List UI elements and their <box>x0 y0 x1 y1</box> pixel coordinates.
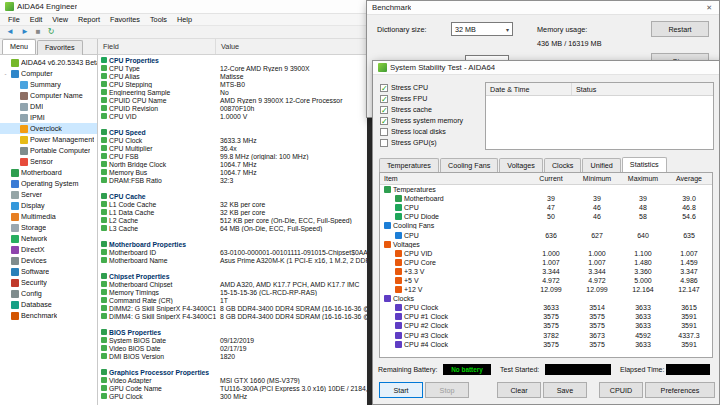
field-group-chipset-properties[interactable]: Chipset Properties <box>98 272 367 280</box>
column-header-value[interactable]: Value <box>216 39 367 54</box>
start-button[interactable]: Start <box>379 382 423 398</box>
table-row[interactable]: GPU Clock300 MHz <box>98 392 367 400</box>
stats-row-cpu-2-clock[interactable]: CPU #2 Clock3575357536333591 <box>380 321 712 330</box>
stats-row-motherboard[interactable]: Motherboard39393939.0 <box>380 194 712 203</box>
menu-item-view[interactable]: View <box>47 15 73 24</box>
table-row[interactable]: CPU AliasMatisse <box>98 72 367 80</box>
dictionary-size-select[interactable]: 32 MB ▾ <box>451 22 513 36</box>
checkbox-checked-icon[interactable]: ✓ <box>380 117 388 125</box>
sidebar-item-dmi[interactable]: DMI <box>0 101 97 112</box>
sidebar-item-power-management[interactable]: Power Management <box>0 134 97 145</box>
stress-option-stress-gpu-s[interactable]: Stress GPU(s) <box>380 137 482 148</box>
table-row[interactable]: Engineering SampleNo <box>98 88 367 96</box>
checkbox-checked-icon[interactable]: ✓ <box>380 95 388 103</box>
tab-unified[interactable]: Unified <box>582 158 620 173</box>
sidebar-item-summary[interactable]: Summary <box>0 79 97 90</box>
stats-row-5-v[interactable]: +5 V4.9724.9725.0004.986 <box>380 276 712 285</box>
preferences-button[interactable]: Preferences <box>645 382 715 398</box>
stats-row-cpu-3-clock[interactable]: CPU #3 Clock3782367345924337.3 <box>380 331 712 340</box>
stats-row-cpu-4-clock[interactable]: CPU #4 Clock3575357536333591 <box>380 340 712 349</box>
menu-item-help[interactable]: Help <box>172 15 197 24</box>
table-row[interactable]: Memory Timings15-15-15-36 (CL-RCD-RP-RAS… <box>98 288 367 296</box>
sidebar-item-aida64-v6-20-5343-beta[interactable]: AIDA64 v6.20.5343 Beta <box>0 57 97 68</box>
table-row[interactable]: L1 Code Cache32 KB per core <box>98 200 367 208</box>
nav-tab-favorites[interactable]: Favorites <box>37 40 83 55</box>
stats-column-minimum[interactable]: Minimum <box>574 175 620 182</box>
stats-column-current[interactable]: Current <box>528 175 574 182</box>
table-row[interactable]: GPU Code NameTU116-300A (PCI Express 3.0… <box>98 384 367 392</box>
menu-item-report[interactable]: Report <box>73 15 105 24</box>
sidebar-item-overclock[interactable]: Overclock <box>0 123 97 134</box>
stats-group-temperatures[interactable]: Temperatures <box>380 185 712 194</box>
field-group-motherboard-properties[interactable]: Motherboard Properties <box>98 240 367 248</box>
table-row[interactable]: CPUID CPU NameAMD Ryzen 9 3900X 12-Core … <box>98 96 367 104</box>
sidebar-item-ipmi[interactable]: IPMI <box>0 112 97 123</box>
table-row[interactable]: DIMM2: G Skill SniperX F4-3400C16-8GSXW8… <box>98 304 367 312</box>
checkbox-unchecked-icon[interactable] <box>380 139 388 147</box>
back-icon[interactable]: ◄ <box>6 27 14 37</box>
sidebar-item-motherboard[interactable]: Motherboard <box>0 167 97 178</box>
stats-row-cpu[interactable]: CPU636627640635 <box>380 230 712 239</box>
menu-item-edit[interactable]: Edit <box>25 15 48 24</box>
close-icon[interactable]: ✕ <box>704 4 714 12</box>
tab-cooling-fans[interactable]: Cooling Fans <box>440 158 498 173</box>
sidebar-item-computer-name[interactable]: Computer Name <box>0 90 97 101</box>
log-column-status[interactable]: Status <box>572 85 713 94</box>
sidebar-item-operating-system[interactable]: Operating System <box>0 178 97 189</box>
stats-row-cpu[interactable]: CPU47464846.8 <box>380 203 712 212</box>
stats-group-voltages[interactable]: Voltages <box>380 240 712 249</box>
sidebar-item-database[interactable]: Database <box>0 299 97 310</box>
main-titlebar[interactable]: AIDA64 Engineer <box>0 0 367 14</box>
stats-row-cpu-vid[interactable]: CPU VID1.0001.0001.1001.007 <box>380 249 712 258</box>
menu-item-favorites[interactable]: Favorites <box>105 15 145 24</box>
tab-statistics[interactable]: Statistics <box>622 157 667 172</box>
table-row[interactable]: CPU Type12-Core AMD Ryzen 9 3900X <box>98 64 367 72</box>
forward-icon[interactable]: ► <box>21 27 29 37</box>
log-column-datetime[interactable]: Date & Time <box>486 83 572 95</box>
table-row[interactable]: DRAM:FSB Ratio32:3 <box>98 176 367 184</box>
stats-group-cooling-fans[interactable]: Cooling Fans <box>380 221 712 230</box>
field-group-bios-properties[interactable]: BIOS Properties <box>98 328 367 336</box>
menu-item-file[interactable]: File <box>3 15 25 24</box>
field-group-cpu-cache[interactable]: CPU Cache <box>98 192 367 200</box>
column-header-field[interactable]: Field <box>98 39 216 54</box>
stats-row-cpu-diode[interactable]: CPU Diode50465854.6 <box>380 212 712 221</box>
sidebar-item-storage[interactable]: Storage <box>0 222 97 233</box>
stats-column-average[interactable]: Average <box>666 175 712 182</box>
table-row[interactable]: CPU Clock3633.3 MHz <box>98 136 367 144</box>
checkbox-unchecked-icon[interactable] <box>380 128 388 136</box>
table-row[interactable]: L3 Cache64 MB (On-Die, ECC, Full-Speed) <box>98 224 367 232</box>
sidebar-item-directx[interactable]: DirectX <box>0 244 97 255</box>
sidebar-item-config[interactable]: Config <box>0 288 97 299</box>
table-row[interactable]: Motherboard NameAsus Prime A320M-K (1 PC… <box>98 256 367 264</box>
benchmark-titlebar[interactable]: Benchmark ✕ <box>367 1 719 15</box>
table-row[interactable]: Motherboard ChipsetAMD A320, AMD K17.7 P… <box>98 280 367 288</box>
sidebar-item-devices[interactable]: Devices <box>0 255 97 266</box>
sidebar-item-server[interactable]: Server <box>0 189 97 200</box>
stop-icon[interactable]: ■ <box>36 27 41 37</box>
restart-button[interactable]: Restart <box>651 21 709 37</box>
table-row[interactable]: Command Rate (CR)1T <box>98 296 367 304</box>
stats-column-maximum[interactable]: Maximum <box>620 175 666 182</box>
table-row[interactable]: CPUID Revision00870F10h <box>98 104 367 112</box>
sidebar-item-network[interactable]: Network <box>0 233 97 244</box>
stability-titlebar[interactable]: System Stability Test - AIDA64 <box>373 61 719 75</box>
table-row[interactable]: CPU SteppingMTS-B0 <box>98 80 367 88</box>
table-row[interactable]: Motherboard ID63-0100-000001-00101111-09… <box>98 248 367 256</box>
sidebar-item-benchmark[interactable]: Benchmark <box>0 310 97 321</box>
field-group-cpu-speed[interactable]: CPU Speed <box>98 128 367 136</box>
stress-option-stress-local-disks[interactable]: Stress local disks <box>380 126 482 137</box>
clear-button[interactable]: Clear <box>497 382 541 398</box>
tab-temperatures[interactable]: Temperatures <box>379 158 439 173</box>
cpuid-button[interactable]: CPUID <box>599 382 643 398</box>
sidebar-item-multimedia[interactable]: Multimedia <box>0 211 97 222</box>
nav-tab-menu[interactable]: Menu <box>2 39 36 54</box>
tab-voltages[interactable]: Voltages <box>499 158 543 173</box>
stats-column-item[interactable]: Item <box>380 175 528 182</box>
stats-row-12-v[interactable]: +12 V12.09912.09912.16412.147 <box>380 285 712 294</box>
stress-option-stress-cpu[interactable]: ✓Stress CPU <box>380 82 482 93</box>
tab-clocks[interactable]: Clocks <box>544 158 582 173</box>
table-row[interactable]: Video AdapterMSI GTX 1660 (MS-V379) <box>98 376 367 384</box>
stats-row-cpu-1-clock[interactable]: CPU #1 Clock3575357536333591 <box>380 312 712 321</box>
table-row[interactable]: CPU FSB99.8 MHz (original: 100 MHz) <box>98 152 367 160</box>
